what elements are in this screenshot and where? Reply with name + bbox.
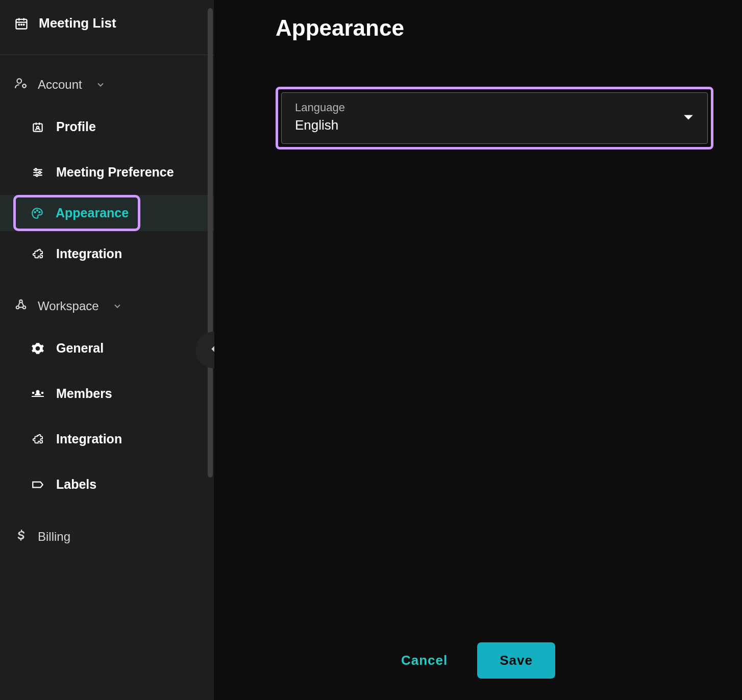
svg-point-3 [23,24,24,25]
puzzle-icon [31,433,45,446]
svg-point-5 [22,84,26,88]
svg-point-2 [21,24,22,25]
language-select-label: Language [295,101,345,114]
save-button[interactable]: Save [477,642,555,679]
profile-label: Profile [56,119,96,134]
puzzle-icon [31,247,45,261]
svg-point-13 [39,211,40,212]
svg-rect-8 [35,168,37,170]
general-label: General [56,341,104,356]
calendar-icon [14,16,29,31]
sidebar-section-account[interactable]: Account [0,55,214,104]
chevron-down-icon [95,80,106,90]
language-select[interactable]: Language English [281,92,708,144]
sidebar: Meeting List Account [0,0,214,700]
sidebar-item-appearance[interactable]: Appearance [0,195,214,231]
svg-point-18 [36,390,40,393]
svg-point-14 [19,300,22,303]
svg-point-12 [37,210,38,211]
sidebar-item-profile[interactable]: Profile [0,104,214,149]
tag-icon [31,478,45,491]
account-section-label: Account [38,78,82,92]
meeting-preference-label: Meeting Preference [56,165,174,180]
svg-point-20 [41,391,44,394]
language-select-value: English [295,117,345,133]
integration-workspace-label: Integration [56,432,122,446]
sidebar-item-billing[interactable]: Billing [0,507,214,556]
members-label: Members [56,386,112,401]
sidebar-section-workspace[interactable]: Workspace [0,277,214,326]
svg-rect-6 [33,123,42,131]
workspace-icon [14,298,28,314]
billing-label: Billing [38,530,70,544]
sidebar-item-meeting-list[interactable]: Meeting List [14,15,200,31]
caret-down-icon [683,114,694,121]
sidebar-item-general[interactable]: General [0,326,214,371]
svg-rect-9 [39,171,40,173]
sidebar-item-meeting-preference[interactable]: Meeting Preference [0,149,214,195]
dollar-icon [14,529,28,545]
members-icon [31,387,45,401]
sidebar-item-integration-account[interactable]: Integration [0,231,214,277]
page-title: Appearance [276,15,723,41]
sidebar-item-integration-workspace[interactable]: Integration [0,416,214,462]
language-select-highlight: Language English [276,87,713,149]
svg-point-4 [17,79,21,83]
account-icon [14,77,28,93]
sidebar-item-labels[interactable]: Labels [0,462,214,507]
sliders-icon [31,166,45,179]
workspace-section-label: Workspace [38,299,99,313]
chevron-down-icon [112,301,122,311]
action-bar: Cancel Save [214,642,742,679]
svg-rect-10 [36,174,38,176]
cancel-button[interactable]: Cancel [401,653,448,668]
gear-icon [31,342,45,355]
labels-label: Labels [56,477,96,492]
svg-rect-17 [32,396,44,397]
main-panel: Appearance Language English Cancel Save [214,0,742,700]
appearance-label: Appearance [56,206,129,220]
integration-account-label: Integration [56,246,122,261]
profile-icon [31,120,45,134]
sidebar-item-members[interactable]: Members [0,371,214,416]
meeting-list-label: Meeting List [39,15,116,31]
sidebar-scrollbar[interactable] [208,8,213,478]
svg-point-19 [32,391,35,394]
svg-point-11 [35,211,36,212]
svg-point-1 [18,24,19,25]
palette-icon [30,207,44,220]
